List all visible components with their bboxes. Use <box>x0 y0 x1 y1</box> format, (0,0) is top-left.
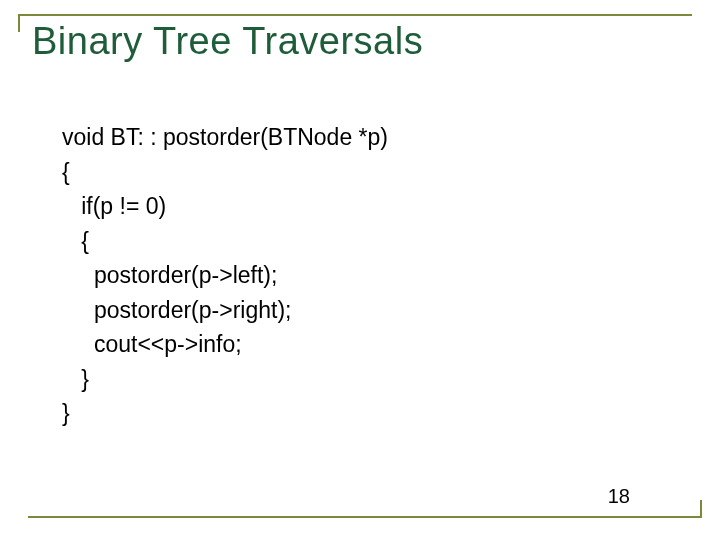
decor-rule-top <box>18 14 692 16</box>
code-line-7: cout<<p->info; <box>62 331 242 357</box>
slide: Binary Tree Traversals void BT: : postor… <box>0 0 720 540</box>
code-block: void BT: : postorder(BTNode *p) { if(p !… <box>62 120 388 431</box>
decor-corner-top-left <box>18 14 20 32</box>
code-line-1: void BT: : postorder(BTNode *p) <box>62 124 388 150</box>
code-line-8: } <box>62 366 89 392</box>
decor-rule-bottom <box>28 516 702 518</box>
title-wrap: Binary Tree Traversals <box>32 20 423 63</box>
page-number: 18 <box>608 485 630 508</box>
code-line-5: postorder(p->left); <box>62 262 277 288</box>
slide-title: Binary Tree Traversals <box>32 20 423 63</box>
code-line-9: } <box>62 400 70 426</box>
code-line-2: { <box>62 159 70 185</box>
code-line-3: if(p != 0) <box>62 193 166 219</box>
code-line-4: { <box>62 228 89 254</box>
decor-corner-bottom-right <box>700 500 702 518</box>
code-line-6: postorder(p->right); <box>62 297 291 323</box>
